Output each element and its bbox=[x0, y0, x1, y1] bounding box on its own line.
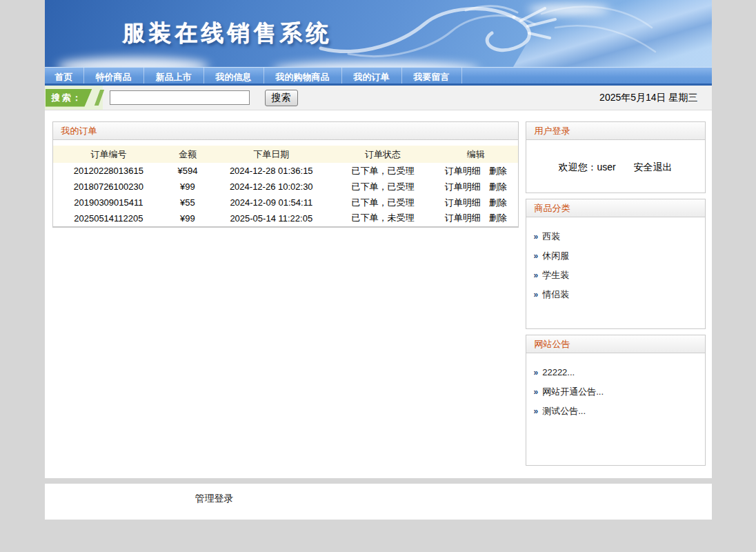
col-order-id: 订单编号 bbox=[53, 146, 165, 163]
notice-link-3[interactable]: 测试公告... bbox=[542, 406, 586, 416]
arrow-bullet-icon: » bbox=[534, 251, 539, 261]
order-actions: 订单明细删除 bbox=[434, 163, 517, 179]
order-delete-link[interactable]: 删除 bbox=[489, 181, 507, 192]
search-label-stripe bbox=[94, 90, 103, 106]
page-container: 服装在线销售系统 首页 特价商品 新品上市 我的信息 我的购物商品 我的订单 我… bbox=[45, 0, 712, 520]
sidebar: 用户登录 欢迎您：user安全退出 商品分类 »西装 »休闲服 »学生装 »情侣… bbox=[526, 121, 706, 471]
search-bar: 搜索： 搜索 2025年5月14日 星期三 bbox=[45, 86, 712, 110]
arrow-bullet-icon: » bbox=[534, 387, 539, 397]
order-detail-link[interactable]: 订单明细 bbox=[445, 197, 481, 208]
cloud-graphic bbox=[528, 4, 610, 15]
table-row: 20190309015411 ¥55 2024-12-09 01:54:11 已… bbox=[53, 195, 518, 210]
order-date: 2024-12-28 01:36:15 bbox=[211, 163, 332, 179]
order-delete-link[interactable]: 删除 bbox=[489, 166, 507, 176]
order-detail-link[interactable]: 订单明细 bbox=[445, 166, 481, 176]
arrow-bullet-icon: » bbox=[534, 406, 539, 416]
order-amount: ¥99 bbox=[164, 179, 210, 195]
category-list: »西装 »休闲服 »学生装 »情侣装 bbox=[526, 217, 705, 328]
arrow-bullet-icon: » bbox=[534, 368, 539, 377]
nav-item-special-offers[interactable]: 特价商品 bbox=[84, 68, 144, 83]
notice-list: »22222... »网站开通公告... »测试公告... bbox=[526, 353, 705, 465]
search-button[interactable]: 搜索 bbox=[265, 90, 298, 106]
arrow-bullet-icon: » bbox=[534, 290, 539, 299]
content-area: 我的订单 订单编号 金额 下单日期 订单状态 编辑 20120228013615 bbox=[45, 110, 712, 478]
logout-link[interactable]: 安全退出 bbox=[634, 161, 673, 172]
order-amount: ¥594 bbox=[164, 163, 210, 179]
search-label: 搜索： bbox=[46, 89, 92, 107]
panel-title-notices: 网站公告 bbox=[526, 335, 705, 353]
table-row: 20120228013615 ¥594 2024-12-28 01:36:15 … bbox=[53, 163, 518, 179]
col-edit: 编辑 bbox=[434, 146, 517, 163]
site-title: 服装在线销售系统 bbox=[123, 17, 332, 48]
site-notices-box: 网站公告 »22222... »网站开通公告... »测试公告... bbox=[526, 335, 706, 466]
user-login-box: 用户登录 欢迎您：user安全退出 bbox=[526, 121, 706, 193]
list-item: »测试公告... bbox=[534, 402, 705, 421]
list-item: »休闲服 bbox=[534, 246, 705, 266]
orders-table: 订单编号 金额 下单日期 订单状态 编辑 20120228013615 ¥594… bbox=[53, 146, 518, 227]
list-item: »22222... bbox=[534, 363, 705, 382]
table-row: 20180726100230 ¥99 2024-12-26 10:02:30 已… bbox=[53, 179, 518, 195]
list-item: »情侣装 bbox=[534, 285, 705, 304]
nav-item-leave-message[interactable]: 我要留言 bbox=[402, 68, 462, 83]
category-link-student[interactable]: 学生装 bbox=[542, 270, 569, 280]
list-item: »西装 bbox=[534, 227, 705, 246]
category-link-couple[interactable]: 情侣装 bbox=[542, 289, 569, 299]
list-item: »学生装 bbox=[534, 266, 705, 285]
arrow-bullet-icon: » bbox=[534, 232, 539, 241]
category-link-casual[interactable]: 休闲服 bbox=[542, 250, 569, 261]
order-detail-link[interactable]: 订单明细 bbox=[445, 213, 481, 223]
order-date: 2025-05-14 11:22:05 bbox=[211, 210, 332, 226]
order-amount: ¥99 bbox=[164, 210, 210, 226]
dragon-graphic bbox=[307, 0, 707, 67]
footer: 管理登录 bbox=[45, 484, 712, 520]
site-banner: 服装在线销售系统 bbox=[45, 0, 712, 67]
admin-login-link[interactable]: 管理登录 bbox=[195, 493, 234, 504]
my-orders-panel: 我的订单 订单编号 金额 下单日期 订单状态 编辑 20120228013615 bbox=[52, 121, 519, 228]
order-amount: ¥55 bbox=[164, 195, 210, 210]
username: user bbox=[597, 161, 615, 172]
order-date: 2024-12-09 01:54:11 bbox=[211, 195, 332, 210]
nav-item-home[interactable]: 首页 bbox=[45, 68, 84, 83]
order-status: 已下单，已受理 bbox=[332, 163, 434, 179]
main-nav: 首页 特价商品 新品上市 我的信息 我的购物商品 我的订单 我要留言 bbox=[45, 67, 712, 86]
col-amount: 金额 bbox=[164, 146, 210, 163]
notice-link-1[interactable]: 22222... bbox=[542, 367, 575, 377]
cloud-graphic bbox=[57, 57, 209, 67]
order-id: 20120228013615 bbox=[53, 163, 165, 179]
order-delete-link[interactable]: 删除 bbox=[489, 197, 507, 208]
order-status: 已下单，已受理 bbox=[332, 195, 434, 210]
order-actions: 订单明细删除 bbox=[434, 210, 517, 226]
notice-link-2[interactable]: 网站开通公告... bbox=[542, 386, 604, 397]
table-row: 20250514112205 ¥99 2025-05-14 11:22:05 已… bbox=[53, 210, 518, 226]
search-label-zone: 搜索： bbox=[45, 86, 103, 110]
order-id: 20190309015411 bbox=[53, 195, 165, 210]
col-status: 订单状态 bbox=[332, 146, 434, 163]
welcome-label: 欢迎您： bbox=[558, 161, 597, 172]
login-status: 欢迎您：user安全退出 bbox=[526, 140, 705, 193]
current-date: 2025年5月14日 星期三 bbox=[599, 92, 711, 104]
nav-item-my-cart[interactable]: 我的购物商品 bbox=[264, 68, 342, 83]
product-categories-box: 商品分类 »西装 »休闲服 »学生装 »情侣装 bbox=[526, 199, 706, 329]
panel-title-categories: 商品分类 bbox=[526, 199, 705, 217]
order-date: 2024-12-26 10:02:30 bbox=[211, 179, 332, 195]
order-id: 20180726100230 bbox=[53, 179, 165, 195]
nav-item-my-orders[interactable]: 我的订单 bbox=[342, 68, 402, 83]
order-status: 已下单，已受理 bbox=[332, 179, 434, 195]
order-detail-link[interactable]: 订单明细 bbox=[445, 181, 481, 192]
category-link-suits[interactable]: 西装 bbox=[542, 231, 560, 241]
table-header-row: 订单编号 金额 下单日期 订单状态 编辑 bbox=[53, 146, 518, 163]
arrow-bullet-icon: » bbox=[534, 270, 539, 280]
panel-title-my-orders: 我的订单 bbox=[53, 122, 518, 140]
panel-title-user-login: 用户登录 bbox=[526, 122, 705, 140]
order-id: 20250514112205 bbox=[53, 210, 165, 226]
nav-item-my-info[interactable]: 我的信息 bbox=[204, 68, 264, 83]
nav-item-new-arrivals[interactable]: 新品上市 bbox=[144, 68, 204, 83]
order-actions: 订单明细删除 bbox=[434, 179, 517, 195]
order-actions: 订单明细删除 bbox=[434, 195, 517, 210]
list-item: »网站开通公告... bbox=[534, 382, 705, 402]
col-order-date: 下单日期 bbox=[211, 146, 332, 163]
order-delete-link[interactable]: 删除 bbox=[489, 213, 507, 223]
search-input[interactable] bbox=[110, 90, 250, 105]
order-status: 已下单，未受理 bbox=[332, 210, 434, 226]
